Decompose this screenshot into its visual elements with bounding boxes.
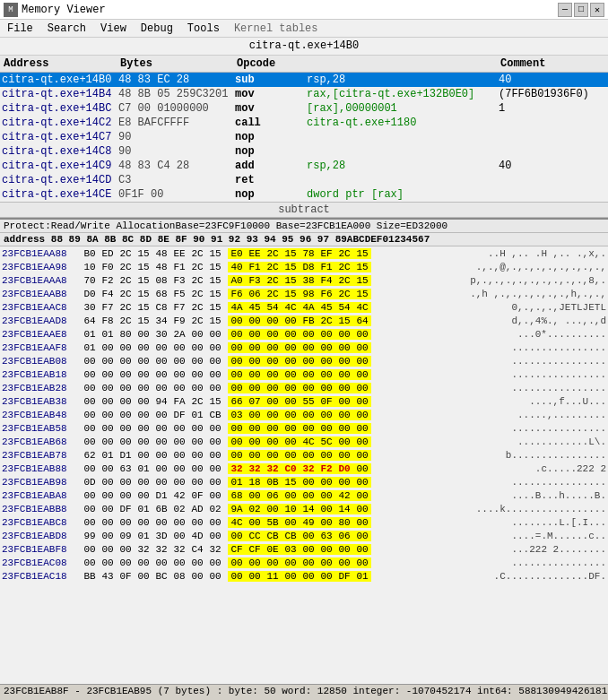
mem-byte: 00 [282, 383, 300, 393]
title-buttons[interactable]: — □ ✕ [558, 3, 604, 17]
disasm-row[interactable]: citra-qt.exe+14C948 83 C4 28addrsp,2840 [0, 159, 608, 173]
mem-row[interactable]: 23FCB1EAAD864F82C1534F92C1500000000FB2C1… [0, 314, 608, 327]
mem-byte: 00 [246, 436, 264, 447]
mem-byte: 00 [170, 477, 188, 488]
mem-byte: 2C [335, 289, 353, 299]
mem-row[interactable]: 23FCB1EABB80000DF016B02AD029A02001014001… [0, 502, 608, 515]
mem-byte: 00 [188, 436, 206, 447]
mem-row-addr: 23FCB1EAAD8 [2, 315, 81, 326]
mem-row[interactable]: 23FCB1EABF8000000323232C432CFCF0E0300000… [0, 542, 608, 556]
menu-tools[interactable]: Tools [184, 22, 223, 36]
disasm-row[interactable]: citra-qt.exe+14CDC3ret [0, 173, 608, 187]
mem-row[interactable]: 23FCB1EAB980D0000000000000001180B1500000… [0, 475, 608, 488]
mem-byte: 00 [99, 544, 117, 555]
status-bar: 23FCB1EAB8F - 23FCB1EAB95 (7 bytes) : by… [0, 684, 608, 700]
mem-row[interactable]: 23FCB1EAB880000630100000000323232C032F2D… [0, 462, 608, 475]
disasm-row[interactable]: citra-qt.exe+14BCC7 00 01000000mov[rax],… [0, 101, 608, 116]
mem-byte: 00 [135, 410, 152, 420]
menu-search[interactable]: Search [44, 22, 90, 36]
minimize-button[interactable]: — [558, 3, 572, 17]
disasm-row[interactable]: citra-qt.exe+14C890nop [0, 144, 608, 159]
disasm-comment: (7FF6B01936F0) [499, 88, 606, 100]
mem-byte: 00 [170, 342, 188, 353]
mem-byte: 00 [99, 396, 117, 407]
mem-byte: 03 [228, 410, 246, 420]
mem-row-addr: 23FCB1EAB38 [2, 396, 81, 407]
mem-row-addr: 23FCB1EABC8 [2, 517, 81, 528]
disasm-bytes: E8 BAFCFFFF [118, 117, 235, 129]
mem-row-addr: 23FCB1EAB88 [2, 463, 81, 474]
mem-row-bytes: BB430F00BC080000000011000000DF01 [81, 571, 491, 582]
mem-row[interactable]: 23FCB1EAC18BB430F00BC080000000011000000D… [0, 569, 608, 583]
mem-byte: 00 [206, 436, 224, 447]
menu-kernel[interactable]: Kernel tables [230, 22, 322, 36]
close-button[interactable]: ✕ [590, 3, 604, 17]
mem-rows-container[interactable]: 23FCB1EAA88B0ED2C1548EE2C15E0EE2C1578EF2… [0, 246, 608, 684]
maximize-button[interactable]: □ [574, 3, 588, 17]
menu-view[interactable]: View [97, 22, 130, 36]
mem-byte: CB [282, 531, 300, 541]
mem-byte: 00 [246, 517, 264, 528]
mem-row[interactable]: 23FCB1EAA9810F02C1548F12C1540F12C15D8F12… [0, 260, 608, 273]
mem-row[interactable]: 23FCB1EAAB8D0F42C1568F52C15F6062C1598F62… [0, 287, 608, 300]
mem-byte: 38 [300, 275, 317, 286]
disasm-mnem: add [235, 160, 307, 172]
mem-byte: 00 [99, 477, 117, 488]
disasm-mnem: mov [235, 102, 307, 115]
mem-byte: 00 [152, 369, 170, 380]
mem-byte: 00 [206, 369, 224, 380]
mem-byte: 00 [300, 329, 317, 340]
mem-byte: 08 [170, 571, 188, 582]
mem-byte: 15 [206, 396, 224, 407]
mem-row[interactable]: 23FCB1EAC0800000000000000000000000000000… [0, 556, 608, 569]
mem-row[interactable]: 23FCB1EAB0800000000000000000000000000000… [0, 354, 608, 367]
menu-file[interactable]: File [4, 22, 37, 36]
mem-row[interactable]: 23FCB1EAB380000000094FA2C1566070000550F0… [0, 394, 608, 408]
disasm-row[interactable]: citra-qt.exe+14B048 83 EC 28subrsp,2840 [0, 73, 608, 87]
mem-row[interactable]: 23FCB1EAB786201D100000000000000000000000… [0, 448, 608, 462]
mem-byte: 00 [99, 463, 117, 474]
mem-row[interactable]: 23FCB1EAAE801018000302A00000000000000000… [0, 327, 608, 341]
mem-byte: 01 [99, 329, 117, 340]
mem-byte: 00 [117, 369, 135, 380]
mem-byte: 00 [300, 571, 317, 582]
disasm-row[interactable]: citra-qt.exe+14B448 8B 05 259C3201movrax… [0, 87, 608, 101]
mem-row[interactable]: 23FCB1EAAC830F72C15C8F72C154A45544C4A455… [0, 300, 608, 314]
mem-row-bytes: 0000000000DF01CB0300000000000000 [81, 410, 514, 420]
mem-row[interactable]: 23FCB1EAB480000000000DF01CB0300000000000… [0, 408, 608, 421]
mem-byte: 32 [170, 544, 188, 555]
mem-row[interactable]: 23FCB1EAB5800000000000000000000000000000… [0, 421, 608, 435]
mem-byte: 4D [188, 531, 206, 541]
mem-row[interactable]: 23FCB1EABD8990009013D004D0000CCCBCB00630… [0, 529, 608, 542]
mem-byte: 00 [300, 383, 317, 393]
mem-row[interactable]: 23FCB1EABC800000000000000004C005B0049008… [0, 515, 608, 529]
mem-byte: 00 [206, 463, 224, 474]
mem-byte: EF [317, 248, 335, 259]
disasm-row[interactable]: citra-qt.exe+14CE0F1F 00nopdword ptr [ra… [0, 187, 608, 202]
mem-byte: 64 [353, 315, 371, 326]
menu-debug[interactable]: Debug [137, 22, 177, 36]
mem-row[interactable]: 23FCB1EAB1800000000000000000000000000000… [0, 367, 608, 381]
mem-byte: 00 [188, 571, 206, 582]
mem-row[interactable]: 23FCB1EAAF801000000000000000000000000000… [0, 341, 608, 354]
mem-row[interactable]: 23FCB1EABA800000000D1420F006800060000004… [0, 488, 608, 502]
mem-byte: 6B [152, 504, 170, 514]
mem-byte: DF [170, 410, 188, 420]
mem-row[interactable]: 23FCB1EAB2800000000000000000000000000000… [0, 381, 608, 394]
mem-row[interactable]: 23FCB1EAA88B0ED2C1548EE2C15E0EE2C1578EF2… [0, 246, 608, 260]
mem-row[interactable]: 23FCB1EAB680000000000000000000000004C5C0… [0, 435, 608, 448]
mem-byte: 63 [317, 531, 335, 541]
mem-byte: 00 [188, 369, 206, 380]
mem-row-bytes: 01000000000000000000000000000000 [81, 342, 508, 353]
mem-row-ascii: ................ [511, 369, 606, 380]
disasm-row[interactable]: citra-qt.exe+14C2E8 BAFCFFFFcallcitra-qt… [0, 116, 608, 130]
mem-byte: 01 [353, 571, 371, 582]
mem-row-ascii: .,h ,.,.,.,.,.,.,h,.,., [470, 289, 606, 299]
mem-byte: 30 [152, 329, 170, 340]
disasm-mnem: nop [235, 188, 307, 201]
disasm-row[interactable]: citra-qt.exe+14C790nop [0, 130, 608, 144]
mem-byte: 00 [300, 557, 317, 568]
mem-row[interactable]: 23FCB1EAAA870F22C1508F32C15A0F32C1538F42… [0, 273, 608, 287]
mem-byte: 00 [152, 436, 170, 447]
mem-byte: 15 [206, 315, 224, 326]
